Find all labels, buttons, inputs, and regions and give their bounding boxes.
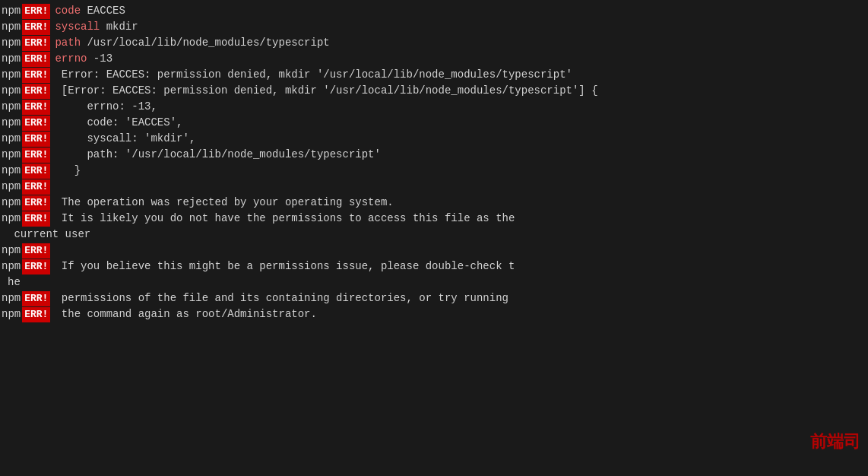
- npm-label: npm: [2, 211, 21, 227]
- npm-label: npm: [2, 243, 21, 259]
- npm-label: npm: [2, 147, 21, 163]
- terminal-line-7: npm ERR! errno: -13,: [0, 99, 868, 115]
- terminal-line-5: npm ERR! Error: EACCES: permission denie…: [0, 67, 868, 83]
- err-badge: ERR!: [22, 84, 50, 99]
- err-badge: ERR!: [22, 52, 50, 67]
- npm-label: npm: [2, 131, 21, 147]
- err-badge: ERR!: [22, 163, 50, 179]
- terminal-line-18: he: [0, 274, 868, 290]
- line-content: he: [2, 274, 21, 290]
- line-content: code EACCES: [55, 3, 125, 19]
- err-badge: ERR!: [22, 211, 50, 227]
- err-badge: ERR!: [22, 68, 50, 83]
- err-badge: ERR!: [22, 291, 50, 306]
- terminal-line-17: npm ERR! If you believe this might be a …: [0, 259, 868, 274]
- terminal-line-11: npm ERR! }: [0, 163, 868, 179]
- terminal-line-20: npm ERR! the command again as root/Admin…: [0, 306, 868, 322]
- err-badge: ERR!: [22, 259, 50, 274]
- npm-label: npm: [2, 99, 21, 115]
- watermark: 前端司: [810, 430, 860, 453]
- err-badge: ERR!: [22, 20, 50, 35]
- line-content: If you believe this might be a permissio…: [55, 259, 515, 274]
- npm-label: npm: [2, 3, 21, 19]
- npm-label: npm: [2, 290, 21, 306]
- err-badge: ERR!: [22, 243, 50, 259]
- line-content: code: 'EACCES',: [55, 115, 182, 131]
- line-content: syscall mkdir: [55, 19, 138, 35]
- terminal-line-12: npm ERR!: [0, 179, 868, 195]
- npm-label: npm: [2, 259, 21, 274]
- line-content: Error: EACCES: permission denied, mkdir …: [55, 67, 572, 83]
- terminal-line-4: npm ERR! errno -13: [0, 51, 868, 67]
- terminal-line-10: npm ERR! path: '/usr/local/lib/node_modu…: [0, 147, 868, 163]
- npm-label: npm: [2, 83, 21, 99]
- npm-label: npm: [2, 306, 21, 322]
- line-content: The operation was rejected by your opera…: [55, 195, 393, 211]
- line-content: path /usr/local/lib/node_modules/typescr…: [55, 35, 329, 51]
- terminal-window: npm ERR! code EACCES npm ERR! syscall mk…: [0, 0, 868, 476]
- err-badge: ERR!: [22, 100, 50, 115]
- err-badge: ERR!: [22, 148, 50, 163]
- err-badge: ERR!: [22, 132, 50, 147]
- terminal-line-1: npm ERR! code EACCES: [0, 3, 868, 19]
- line-content: errno: -13,: [55, 99, 157, 115]
- terminal-line-8: npm ERR! code: 'EACCES',: [0, 115, 868, 131]
- line-content: permissions of the file and its containi…: [55, 290, 508, 306]
- npm-label: npm: [2, 115, 21, 131]
- terminal-line-9: npm ERR! syscall: 'mkdir',: [0, 131, 868, 147]
- line-content: syscall: 'mkdir',: [55, 131, 195, 147]
- err-badge: ERR!: [22, 195, 50, 211]
- npm-label: npm: [2, 179, 21, 195]
- terminal-line-6: npm ERR! [Error: EACCES: permission deni…: [0, 83, 868, 99]
- terminal-line-16: npm ERR!: [0, 243, 868, 259]
- npm-label: npm: [2, 67, 21, 83]
- npm-label: npm: [2, 163, 21, 179]
- terminal-line-14: npm ERR! It is likely you do not have th…: [0, 211, 868, 227]
- line-content: It is likely you do not have the permiss…: [55, 211, 515, 227]
- err-badge: ERR!: [22, 116, 50, 131]
- npm-label: npm: [2, 19, 21, 35]
- line-content: }: [55, 163, 81, 179]
- npm-label: npm: [2, 195, 21, 211]
- npm-label: npm: [2, 51, 21, 67]
- terminal-line-13: npm ERR! The operation was rejected by y…: [0, 195, 868, 211]
- line-content: [Error: EACCES: permission denied, mkdir…: [55, 83, 597, 99]
- line-content: errno -13: [55, 51, 112, 67]
- terminal-line-3: npm ERR! path /usr/local/lib/node_module…: [0, 35, 868, 51]
- line-content: the command again as root/Administrator.: [55, 306, 316, 322]
- npm-label: npm: [2, 35, 21, 51]
- terminal-line-2: npm ERR! syscall mkdir: [0, 19, 868, 35]
- err-badge: ERR!: [22, 179, 50, 195]
- err-badge: ERR!: [22, 36, 50, 51]
- err-badge: ERR!: [22, 307, 50, 322]
- terminal-line-19: npm ERR! permissions of the file and its…: [0, 290, 868, 306]
- err-badge: ERR!: [22, 4, 50, 19]
- terminal-line-15: current user: [0, 227, 868, 243]
- line-content: current user: [2, 227, 90, 243]
- line-content: path: '/usr/local/lib/node_modules/types…: [55, 147, 380, 163]
